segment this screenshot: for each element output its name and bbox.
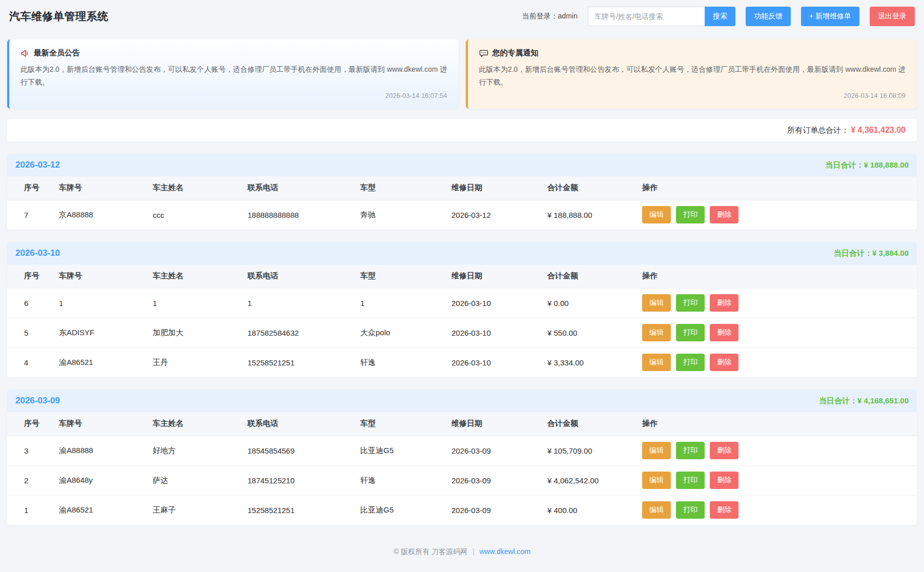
cell-seq: 7: [7, 200, 59, 230]
cell-date: 2026-03-09: [451, 436, 547, 465]
delete-button[interactable]: 删除: [710, 354, 738, 371]
edit-button[interactable]: 编辑: [642, 501, 671, 519]
column-header-date: 维修日期: [451, 176, 547, 200]
cell-actions: 编辑 打印 删除: [642, 288, 917, 318]
announcement-title-row: 最新全员公告: [20, 48, 447, 58]
column-header-seq: 序号: [7, 176, 59, 200]
cell-actions: 编辑 打印 删除: [642, 436, 917, 465]
cell-actions: 编辑 打印 删除: [642, 465, 917, 495]
cell-amount: ¥ 400.00: [547, 495, 642, 525]
cell-amount: ¥ 188,888.00: [547, 200, 642, 230]
edit-button[interactable]: 编辑: [642, 294, 671, 312]
day-total-label: 当日合计：: [834, 249, 872, 257]
footer-link[interactable]: www.dkewl.com: [479, 547, 530, 556]
cell-actions: 编辑 打印 删除: [642, 348, 917, 377]
cell-owner: 加肥加大: [153, 318, 248, 348]
order-sections: 2026-03-12 当日合计：¥ 188,888.00 序号 车牌号 车主姓名…: [7, 141, 917, 525]
announcement-body: 此版本为2.0，新增后台账号管理和公告发布，可以私发个人账号，适合修理厂员工带手…: [20, 63, 447, 89]
logout-button[interactable]: 退出登录: [870, 7, 915, 26]
cell-owner: 萨达: [153, 465, 248, 495]
print-button[interactable]: 打印: [676, 472, 705, 489]
cell-phone: 18745125210: [248, 465, 360, 495]
column-header-date: 维修日期: [451, 264, 547, 288]
day-total-label: 当日合计：: [819, 396, 857, 405]
edit-button[interactable]: 编辑: [642, 442, 671, 459]
add-repair-order-button[interactable]: + 新增维修单: [801, 7, 859, 26]
page: 汽车维修单管理系统 当前登录：admin 搜索 功能反馈 + 新增维修单 退出登…: [0, 0, 924, 572]
delete-button[interactable]: 删除: [710, 294, 738, 312]
print-button[interactable]: 打印: [676, 501, 705, 519]
orders-table: 序号 车牌号 车主姓名 联系电话 车型 维修日期 合计金额 操作 3 渝A888…: [7, 412, 917, 525]
day-section: 2026-03-09 当日合计：¥ 4,168,651.00 序号 车牌号 车主…: [7, 390, 917, 525]
feedback-button[interactable]: 功能反馈: [746, 7, 791, 26]
current-login-label: 当前登录：: [522, 12, 558, 20]
grand-total-label: 所有订单总合计：: [787, 126, 849, 135]
cell-actions: 编辑 打印 删除: [642, 495, 917, 525]
cell-model: 大众polo: [360, 318, 451, 348]
search-input[interactable]: [588, 7, 705, 26]
cell-actions: 编辑 打印 删除: [642, 200, 917, 230]
cell-actions: 编辑 打印 删除: [642, 318, 917, 348]
print-button[interactable]: 打印: [676, 324, 705, 341]
cell-plate: 渝A88888: [59, 436, 153, 465]
delete-button[interactable]: 删除: [710, 501, 738, 519]
cell-owner: ccc: [153, 200, 248, 230]
grand-total-amount: ¥ 4,361,423.00: [851, 126, 906, 135]
cell-model: 比亚迪G5: [360, 495, 451, 525]
column-header-ops: 操作: [642, 264, 917, 288]
cell-phone: 15258521251: [248, 348, 360, 377]
search-group: 搜索: [588, 7, 735, 26]
column-header-seq: 序号: [7, 412, 59, 436]
cell-seq: 2: [7, 465, 59, 495]
cell-date: 2026-03-10: [451, 318, 547, 348]
column-header-phone: 联系电话: [248, 412, 360, 436]
delete-button[interactable]: 删除: [710, 324, 738, 341]
column-header-phone: 联系电话: [248, 176, 360, 200]
column-header-seq: 序号: [7, 264, 59, 288]
order-row: 2 渝A8648y 萨达 18745125210 轩逸 2026-03-09 ¥…: [7, 465, 917, 495]
cell-date: 2026-03-12: [451, 200, 547, 230]
day-total-amount: ¥ 3,884.00: [872, 249, 909, 257]
print-button[interactable]: 打印: [676, 442, 705, 459]
day-date: 2026-03-12: [15, 160, 60, 170]
page-footer: © 版权所有 刀客源码网 | www.dkewl.com: [7, 530, 917, 572]
cell-model: 轩逸: [360, 348, 451, 377]
delete-button[interactable]: 删除: [710, 442, 738, 459]
column-header-phone: 联系电话: [248, 264, 360, 288]
cell-date: 2026-03-10: [451, 288, 547, 318]
print-button[interactable]: 打印: [676, 294, 705, 312]
column-header-amount: 合计金额: [547, 264, 642, 288]
cell-owner: 好地方: [153, 436, 248, 465]
print-button[interactable]: 打印: [676, 354, 705, 371]
column-header-amount: 合计金额: [547, 412, 642, 436]
day-header: 2026-03-10 当日合计：¥ 3,884.00: [7, 242, 917, 264]
day-total: 当日合计：¥ 3,884.00: [834, 249, 909, 258]
edit-button[interactable]: 编辑: [642, 472, 671, 489]
edit-button[interactable]: 编辑: [642, 206, 671, 223]
copyright-text: © 版权所有 刀客源码网: [394, 547, 467, 556]
column-header-owner: 车主姓名: [153, 176, 248, 200]
notice-cards: 最新全员公告 此版本为2.0，新增后台账号管理和公告发布，可以私发个人账号，适合…: [7, 39, 917, 109]
edit-button[interactable]: 编辑: [642, 354, 671, 371]
cell-amount: ¥ 105,709.00: [547, 436, 642, 465]
column-header-model: 车型: [360, 264, 451, 288]
column-header-plate: 车牌号: [59, 176, 153, 200]
delete-button[interactable]: 删除: [710, 206, 738, 223]
current-user: admin: [558, 12, 578, 20]
megaphone-icon: [20, 49, 30, 58]
column-header-owner: 车主姓名: [153, 264, 248, 288]
edit-button[interactable]: 编辑: [642, 324, 671, 341]
cell-date: 2026-03-09: [451, 465, 547, 495]
cell-owner: 1: [153, 288, 248, 318]
cell-plate: 京A88888: [59, 200, 153, 230]
day-section: 2026-03-12 当日合计：¥ 188,888.00 序号 车牌号 车主姓名…: [7, 154, 917, 230]
cell-phone: 187582584632: [248, 318, 360, 348]
search-button[interactable]: 搜索: [705, 7, 735, 26]
day-total-amount: ¥ 188,888.00: [864, 160, 909, 169]
print-button[interactable]: 打印: [676, 206, 705, 223]
cell-model: 轩逸: [360, 465, 451, 495]
column-header-plate: 车牌号: [59, 264, 153, 288]
delete-button[interactable]: 删除: [710, 472, 738, 489]
announcement-timestamp: 2026-03-14 16:07:54: [20, 92, 447, 99]
personal-notice-card: 您的专属通知 此版本为2.0，新增后台账号管理和公告发布，可以私发个人账号，适合…: [466, 39, 917, 109]
